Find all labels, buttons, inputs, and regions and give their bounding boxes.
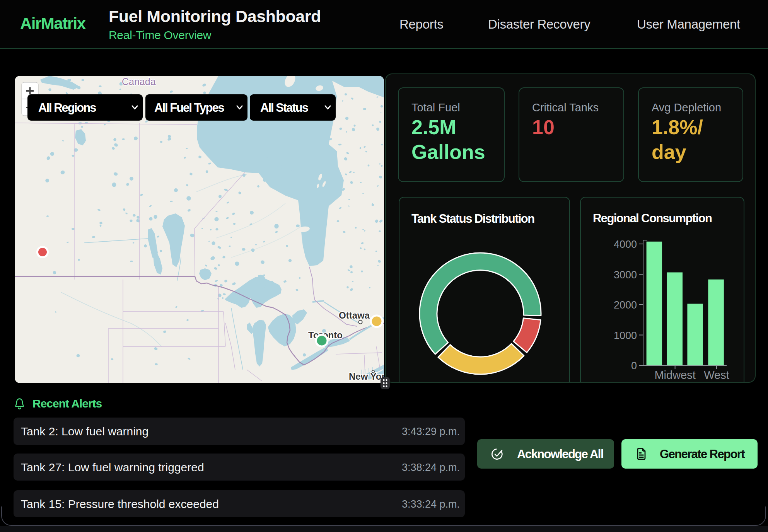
svg-text:0: 0 (631, 360, 637, 372)
svg-text:4000: 4000 (614, 239, 637, 250)
svg-text:New York: New York (349, 371, 384, 382)
svg-text:Ottawa: Ottawa (339, 310, 370, 321)
svg-text:West: West (704, 369, 729, 380)
svg-text:1000: 1000 (614, 330, 637, 341)
svg-text:3000: 3000 (614, 269, 637, 281)
svg-text:Midwest: Midwest (654, 369, 695, 380)
svg-text:Canada: Canada (122, 76, 156, 87)
svg-text:2000: 2000 (614, 299, 637, 311)
